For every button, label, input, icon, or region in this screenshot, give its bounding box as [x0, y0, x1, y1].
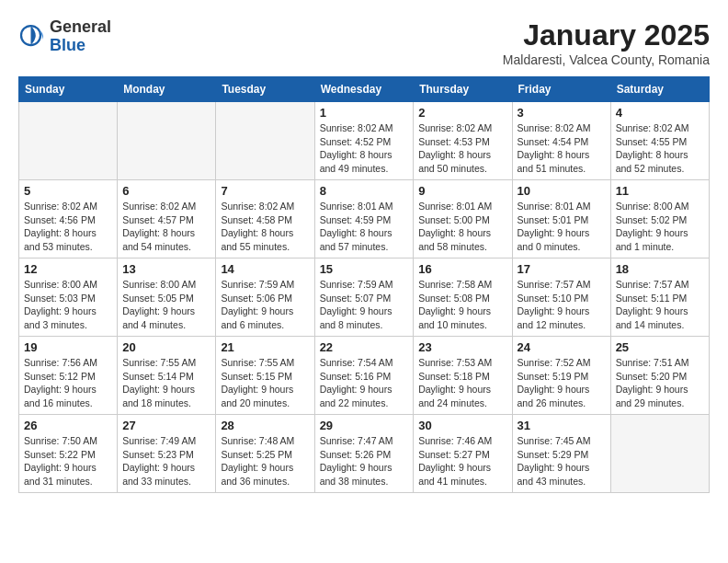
- calendar-cell: 30Sunrise: 7:46 AM Sunset: 5:27 PM Dayli…: [414, 415, 512, 493]
- calendar-cell: 21Sunrise: 7:55 AM Sunset: 5:15 PM Dayli…: [216, 337, 314, 415]
- weekday-header-row: SundayMondayTuesdayWednesdayThursdayFrid…: [19, 77, 710, 102]
- day-info: Sunrise: 7:51 AM Sunset: 5:20 PM Dayligh…: [616, 356, 704, 410]
- day-number: 30: [418, 419, 506, 432]
- weekday-header: Sunday: [19, 77, 118, 102]
- location: Maldaresti, Valcea County, Romania: [503, 52, 710, 67]
- day-number: 7: [221, 184, 309, 198]
- day-number: 19: [24, 340, 112, 354]
- day-number: 9: [418, 184, 506, 198]
- day-info: Sunrise: 8:02 AM Sunset: 4:58 PM Dayligh…: [221, 200, 309, 254]
- logo-icon: [18, 23, 46, 51]
- calendar-cell: 5Sunrise: 8:02 AM Sunset: 4:56 PM Daylig…: [19, 180, 118, 259]
- day-info: Sunrise: 8:02 AM Sunset: 4:52 PM Dayligh…: [320, 121, 409, 176]
- calendar-cell: 10Sunrise: 8:01 AM Sunset: 5:01 PM Dayli…: [512, 180, 610, 259]
- day-info: Sunrise: 7:45 AM Sunset: 5:29 PM Dayligh…: [518, 434, 606, 488]
- day-info: Sunrise: 8:02 AM Sunset: 4:55 PM Dayligh…: [616, 121, 704, 176]
- day-info: Sunrise: 7:53 AM Sunset: 5:18 PM Dayligh…: [418, 356, 506, 410]
- calendar-cell: 3Sunrise: 8:02 AM Sunset: 4:54 PM Daylig…: [512, 102, 610, 180]
- day-number: 14: [221, 262, 309, 276]
- weekday-header: Tuesday: [216, 77, 314, 102]
- calendar-cell: 29Sunrise: 7:47 AM Sunset: 5:26 PM Dayli…: [314, 415, 414, 493]
- calendar-cell: 12Sunrise: 8:00 AM Sunset: 5:03 PM Dayli…: [19, 259, 118, 337]
- day-info: Sunrise: 7:47 AM Sunset: 5:26 PM Dayligh…: [320, 434, 409, 488]
- calendar-week-row: 5Sunrise: 8:02 AM Sunset: 4:56 PM Daylig…: [19, 180, 710, 259]
- day-number: 12: [24, 262, 112, 276]
- calendar-cell: 15Sunrise: 7:59 AM Sunset: 5:07 PM Dayli…: [314, 259, 414, 337]
- logo: General Blue: [18, 18, 111, 55]
- weekday-header: Friday: [512, 77, 610, 102]
- calendar-cell: 13Sunrise: 8:00 AM Sunset: 5:05 PM Dayli…: [118, 259, 216, 337]
- calendar-cell: 25Sunrise: 7:51 AM Sunset: 5:20 PM Dayli…: [610, 337, 709, 415]
- title-block: January 2025 Maldaresti, Valcea County, …: [503, 18, 710, 67]
- day-info: Sunrise: 8:00 AM Sunset: 5:02 PM Dayligh…: [616, 200, 704, 254]
- day-info: Sunrise: 7:54 AM Sunset: 5:16 PM Dayligh…: [320, 356, 409, 410]
- weekday-header: Saturday: [610, 77, 709, 102]
- day-number: 16: [418, 262, 506, 276]
- day-number: 29: [320, 419, 409, 432]
- day-info: Sunrise: 7:48 AM Sunset: 5:25 PM Dayligh…: [221, 434, 309, 488]
- calendar-week-row: 1Sunrise: 8:02 AM Sunset: 4:52 PM Daylig…: [19, 102, 710, 180]
- logo-general: General: [50, 18, 111, 37]
- day-number: 28: [221, 419, 309, 432]
- weekday-header: Thursday: [414, 77, 512, 102]
- logo-blue: Blue: [50, 37, 111, 55]
- day-number: 18: [616, 262, 704, 276]
- day-info: Sunrise: 7:57 AM Sunset: 5:11 PM Dayligh…: [616, 278, 704, 332]
- day-info: Sunrise: 8:00 AM Sunset: 5:05 PM Dayligh…: [122, 278, 210, 332]
- day-info: Sunrise: 8:02 AM Sunset: 4:54 PM Dayligh…: [518, 121, 606, 176]
- day-number: 21: [221, 340, 309, 354]
- calendar-week-row: 26Sunrise: 7:50 AM Sunset: 5:22 PM Dayli…: [19, 415, 710, 493]
- calendar-cell: 6Sunrise: 8:02 AM Sunset: 4:57 PM Daylig…: [118, 180, 216, 259]
- calendar-cell: 18Sunrise: 7:57 AM Sunset: 5:11 PM Dayli…: [610, 259, 709, 337]
- calendar-cell: 16Sunrise: 7:58 AM Sunset: 5:08 PM Dayli…: [414, 259, 512, 337]
- day-number: 11: [616, 184, 704, 198]
- calendar-cell: 1Sunrise: 8:02 AM Sunset: 4:52 PM Daylig…: [314, 102, 414, 180]
- calendar-cell: 2Sunrise: 8:02 AM Sunset: 4:53 PM Daylig…: [414, 102, 512, 180]
- calendar-cell: 17Sunrise: 7:57 AM Sunset: 5:10 PM Dayli…: [512, 259, 610, 337]
- day-number: 3: [518, 106, 606, 120]
- day-info: Sunrise: 8:02 AM Sunset: 4:53 PM Dayligh…: [418, 121, 506, 176]
- day-info: Sunrise: 7:56 AM Sunset: 5:12 PM Dayligh…: [24, 356, 112, 410]
- calendar-cell: 31Sunrise: 7:45 AM Sunset: 5:29 PM Dayli…: [512, 415, 610, 493]
- weekday-header: Monday: [118, 77, 216, 102]
- logo-text: General Blue: [50, 18, 111, 55]
- calendar-cell: 28Sunrise: 7:48 AM Sunset: 5:25 PM Dayli…: [216, 415, 314, 493]
- day-number: 22: [320, 340, 409, 354]
- day-number: 17: [518, 262, 606, 276]
- calendar-cell: 8Sunrise: 8:01 AM Sunset: 4:59 PM Daylig…: [314, 180, 414, 259]
- day-info: Sunrise: 8:02 AM Sunset: 4:57 PM Dayligh…: [122, 200, 210, 254]
- weekday-header: Wednesday: [314, 77, 414, 102]
- day-info: Sunrise: 7:50 AM Sunset: 5:22 PM Dayligh…: [24, 434, 112, 488]
- day-number: 1: [320, 106, 409, 120]
- day-number: 13: [122, 262, 210, 276]
- day-info: Sunrise: 8:01 AM Sunset: 4:59 PM Dayligh…: [320, 200, 409, 254]
- calendar-cell: 4Sunrise: 8:02 AM Sunset: 4:55 PM Daylig…: [610, 102, 709, 180]
- day-info: Sunrise: 8:01 AM Sunset: 5:01 PM Dayligh…: [518, 200, 606, 254]
- calendar-cell: 11Sunrise: 8:00 AM Sunset: 5:02 PM Dayli…: [610, 180, 709, 259]
- day-number: 31: [518, 419, 606, 432]
- day-number: 15: [320, 262, 409, 276]
- day-info: Sunrise: 7:55 AM Sunset: 5:15 PM Dayligh…: [221, 356, 309, 410]
- calendar-cell: 26Sunrise: 7:50 AM Sunset: 5:22 PM Dayli…: [19, 415, 118, 493]
- day-info: Sunrise: 7:59 AM Sunset: 5:07 PM Dayligh…: [320, 278, 409, 332]
- day-number: 8: [320, 184, 409, 198]
- calendar-cell: 23Sunrise: 7:53 AM Sunset: 5:18 PM Dayli…: [414, 337, 512, 415]
- calendar-cell: 20Sunrise: 7:55 AM Sunset: 5:14 PM Dayli…: [118, 337, 216, 415]
- day-number: 26: [24, 419, 112, 432]
- calendar-table: SundayMondayTuesdayWednesdayThursdayFrid…: [18, 76, 710, 493]
- day-info: Sunrise: 7:59 AM Sunset: 5:06 PM Dayligh…: [221, 278, 309, 332]
- day-number: 6: [122, 184, 210, 198]
- day-number: 27: [122, 419, 210, 432]
- calendar-cell: 14Sunrise: 7:59 AM Sunset: 5:06 PM Dayli…: [216, 259, 314, 337]
- calendar-cell: [19, 102, 118, 180]
- day-number: 4: [616, 106, 704, 120]
- month-title: January 2025: [503, 18, 710, 52]
- calendar-cell: 19Sunrise: 7:56 AM Sunset: 5:12 PM Dayli…: [19, 337, 118, 415]
- day-info: Sunrise: 7:57 AM Sunset: 5:10 PM Dayligh…: [518, 278, 606, 332]
- page-header: General Blue January 2025 Maldaresti, Va…: [18, 18, 710, 67]
- day-info: Sunrise: 7:49 AM Sunset: 5:23 PM Dayligh…: [122, 434, 210, 488]
- day-info: Sunrise: 7:58 AM Sunset: 5:08 PM Dayligh…: [418, 278, 506, 332]
- calendar-cell: 27Sunrise: 7:49 AM Sunset: 5:23 PM Dayli…: [118, 415, 216, 493]
- calendar-cell: 24Sunrise: 7:52 AM Sunset: 5:19 PM Dayli…: [512, 337, 610, 415]
- day-number: 2: [418, 106, 506, 120]
